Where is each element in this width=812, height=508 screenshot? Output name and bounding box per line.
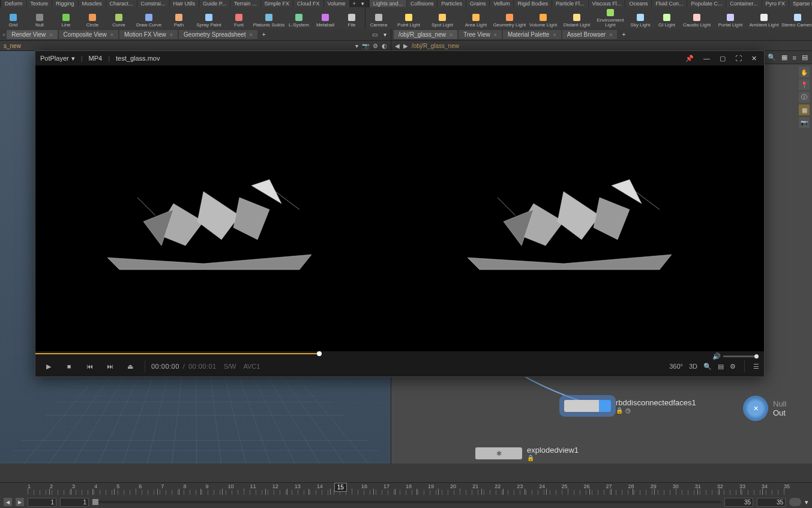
close-pane-icon[interactable]: × xyxy=(2,32,5,38)
pane-tab[interactable]: /obj/R_glass_new× xyxy=(394,30,457,39)
shelf-tab[interactable]: Particles xyxy=(438,0,466,7)
camera-snap-icon[interactable]: 📷 xyxy=(799,117,810,128)
path-dropdown-icon[interactable]: ▾ xyxy=(355,43,358,49)
shelf-tab[interactable]: Viscous Fl... xyxy=(589,0,625,7)
shelf-tab[interactable]: Oceans xyxy=(625,0,651,7)
shelf-tab[interactable]: Terrain ... xyxy=(230,0,260,7)
pane-tab[interactable]: Render View× xyxy=(7,30,57,39)
tool-environment-light[interactable]: Environment Light xyxy=(594,7,627,28)
clock-icon[interactable]: ◷ xyxy=(625,407,631,414)
shelf-tab[interactable]: Texture xyxy=(27,0,52,7)
search-subtitle-icon[interactable]: 🔍 xyxy=(703,363,712,370)
shelf-tab[interactable]: Populate C... xyxy=(687,0,726,7)
app-menu-dropdown-icon[interactable]: ▾ xyxy=(71,55,75,62)
render-icon[interactable]: ⚙ xyxy=(373,43,378,49)
tool-circle[interactable]: Circle xyxy=(79,7,106,28)
tool-spray-paint[interactable]: Spray Paint xyxy=(192,7,226,28)
shelf-tab[interactable]: Hair Utils xyxy=(170,0,199,7)
tab-close-icon[interactable]: × xyxy=(494,32,497,38)
volume-slider[interactable] xyxy=(723,355,757,357)
tool-camera[interactable]: Camera xyxy=(365,7,392,28)
shelf-dropdown-icon[interactable]: ▾ xyxy=(359,1,367,7)
eject-button[interactable]: ⏏ xyxy=(122,359,139,373)
shelf-tab[interactable]: Cloud FX xyxy=(293,0,323,7)
shelf-tab[interactable]: Pyro FX xyxy=(762,0,789,7)
tool-curve[interactable]: Curve xyxy=(106,7,132,28)
tool-platonic-solids[interactable]: Platonic Solids xyxy=(252,7,286,28)
tool-caustic-light[interactable]: Caustic Light xyxy=(680,7,714,28)
tool-draw-curve[interactable]: Draw Curve xyxy=(132,7,166,28)
node-body[interactable]: ✱ xyxy=(475,447,522,459)
tool-sky-light[interactable]: Sky Light xyxy=(627,7,654,28)
pane-tab[interactable]: Asset Browser× xyxy=(562,30,618,39)
pane-max-icon[interactable]: ▾ xyxy=(382,31,388,38)
tool-font[interactable]: Font xyxy=(226,7,252,28)
realtime-toggle-icon[interactable] xyxy=(789,498,801,506)
nav-fwd-icon[interactable]: ▶ xyxy=(403,43,408,49)
shelf-tab[interactable]: Sparse Pyr... xyxy=(789,0,812,7)
tab-close-icon[interactable]: × xyxy=(450,32,453,38)
player-titlebar[interactable]: PotPlayer ▾ | MP4 | test_glass.mov 📌 — ▢… xyxy=(35,51,764,65)
pane-tab[interactable]: Geometry Spreadsheet× xyxy=(179,30,257,39)
pane-tab[interactable]: Material Palette× xyxy=(503,30,561,39)
stop-button[interactable]: ■ xyxy=(61,359,77,373)
shelf-tab[interactable]: Rigging xyxy=(52,0,78,7)
pane-tab[interactable]: Composite View× xyxy=(59,30,118,39)
pane-menu-icon[interactable]: ▭ xyxy=(370,31,379,38)
tool-file[interactable]: File xyxy=(338,7,365,28)
tool-point-light[interactable]: Point Light xyxy=(392,7,426,28)
frame-end-field[interactable] xyxy=(757,498,786,507)
tool-distant-light[interactable]: Distant Light xyxy=(560,7,594,28)
tool-area-light[interactable]: Area Light xyxy=(459,7,493,28)
tab-close-icon[interactable]: × xyxy=(49,32,52,38)
step-back-icon[interactable]: ◀ xyxy=(4,498,12,506)
tab-close-icon[interactable]: × xyxy=(110,32,113,38)
shelf-tab[interactable]: Collisions xyxy=(407,0,438,7)
shelf-tab[interactable]: Guide P... xyxy=(199,0,230,7)
node-explodedview[interactable]: ✱ explodedview1 🔒 xyxy=(475,446,579,461)
shelf-add-icon[interactable]: + xyxy=(350,1,358,7)
range-end-field[interactable] xyxy=(724,498,753,507)
tab-close-icon[interactable]: × xyxy=(553,32,556,38)
close-icon[interactable]: ✕ xyxy=(749,55,759,62)
volume-icon[interactable]: 🔊 xyxy=(712,352,721,360)
maximize-icon[interactable]: ▢ xyxy=(717,55,728,62)
tab-close-icon[interactable]: × xyxy=(249,32,252,38)
tool-stereo-camera[interactable]: Stereo Camera xyxy=(781,7,812,28)
null-node-body[interactable]: ✕ xyxy=(743,396,768,421)
tool-metaball[interactable]: Metaball xyxy=(312,7,338,28)
shelf-tab[interactable]: Fluid Con... xyxy=(652,0,687,7)
shelf-tab[interactable]: Container... xyxy=(726,0,761,7)
lock-icon[interactable]: 🔒 xyxy=(527,455,534,461)
net-view-icon[interactable]: ▦ xyxy=(780,53,789,61)
shelf-tab[interactable]: Muscles xyxy=(79,0,106,7)
play-button[interactable]: ▶ xyxy=(40,359,57,373)
tool-spot-light[interactable]: Spot Light xyxy=(426,7,459,28)
camera-picker-icon[interactable]: 📷 xyxy=(362,43,369,49)
shelf-tab[interactable]: Deform xyxy=(1,0,26,7)
list-view-icon[interactable]: ≡ xyxy=(791,54,798,61)
tool-portal-light[interactable]: Portal Light xyxy=(714,7,747,28)
tool-l-system[interactable]: L-System xyxy=(286,7,312,28)
timeline-ruler[interactable]: 1234567891011121314151617181920212223242… xyxy=(0,483,812,496)
grid-snap-icon[interactable]: ▦ xyxy=(799,104,810,115)
shelf-tab[interactable]: Grains xyxy=(466,0,490,7)
timeline-menu-icon[interactable]: ▾ xyxy=(805,498,808,506)
tool-line[interactable]: Line xyxy=(53,7,79,28)
menu-icon[interactable]: ☰ xyxy=(753,363,759,370)
timeline-scrubber[interactable] xyxy=(92,501,721,503)
frame-start-field[interactable] xyxy=(28,498,56,507)
current-frame-marker[interactable]: 15 xyxy=(334,483,347,492)
settings-icon[interactable]: ⚙ xyxy=(730,363,736,370)
node-rbddisconnectedfaces[interactable]: rbddisconnectedfaces1 🔒◷ xyxy=(564,398,696,414)
node-null-output[interactable]: ✕ Null Out xyxy=(743,396,786,421)
minimize-icon[interactable]: — xyxy=(701,55,712,62)
shelf-tab[interactable]: Vellum xyxy=(490,0,513,7)
shelf-tab[interactable]: Simple FX xyxy=(261,0,293,7)
tab-close-icon[interactable]: × xyxy=(609,32,612,38)
tool-null[interactable]: Null xyxy=(26,7,53,28)
tool-grid[interactable]: Grid xyxy=(0,7,26,28)
tab-close-icon[interactable]: × xyxy=(170,32,173,38)
pane-tab[interactable]: Motion FX View× xyxy=(119,30,178,39)
shelf-tab[interactable]: Constrai... xyxy=(137,0,169,7)
